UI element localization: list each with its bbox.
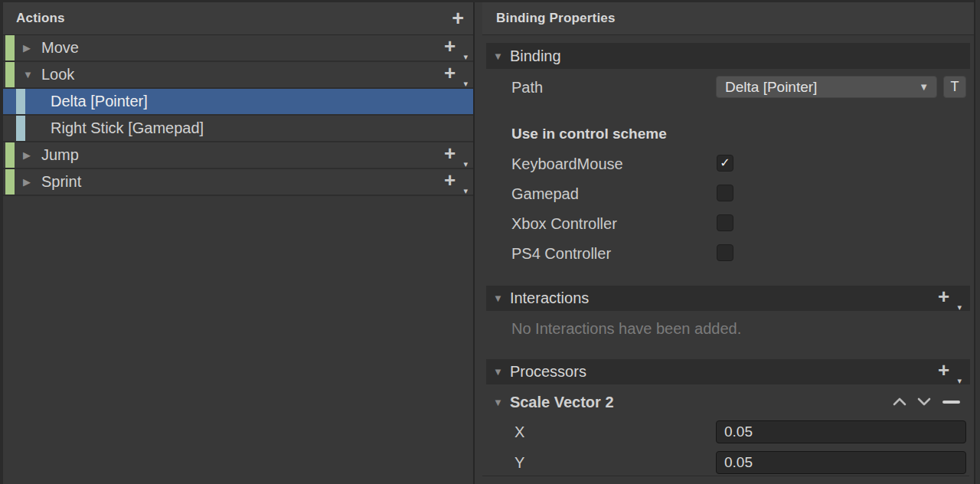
x-label: X (514, 424, 524, 441)
add-binding-button[interactable]: + ▾ (444, 146, 462, 165)
plus-icon: + (444, 170, 456, 190)
add-binding-button[interactable]: + ▾ (444, 172, 462, 192)
scheme-checkbox[interactable]: ✓ (717, 244, 733, 261)
move-processor-up-icon[interactable] (892, 397, 907, 407)
processor-scale-vector2-header[interactable]: ▼ Scale Vector 2 (486, 390, 970, 414)
scheme-row-keyboardmouse: KeyboardMouse ✓ (482, 155, 966, 173)
add-processor-button[interactable]: + ▾ (938, 362, 956, 382)
control-scheme-heading: Use in control scheme (511, 126, 667, 142)
path-dropdown-value: Delta [Pointer] (717, 79, 919, 96)
action-color-bar (5, 169, 15, 195)
binding-color-bar (16, 89, 25, 114)
processor-name: Scale Vector 2 (510, 394, 614, 411)
plus-icon: + (938, 360, 949, 380)
action-label: Move (41, 39, 79, 57)
action-color-bar (5, 62, 15, 87)
add-binding-button[interactable]: + ▾ (444, 38, 462, 58)
panel-divider[interactable] (473, 2, 475, 484)
caret-icon: ▾ (463, 159, 468, 169)
scheme-checkbox[interactable]: ✓ (717, 185, 733, 201)
add-action-button[interactable]: + (452, 8, 464, 29)
binding-section-title: Binding (510, 47, 561, 65)
caret-icon: ▾ (463, 52, 468, 62)
remove-processor-icon[interactable] (942, 401, 960, 404)
plus-icon: + (444, 63, 456, 83)
y-label: Y (514, 454, 524, 472)
processor-field-y: Y 0.05 (482, 451, 966, 474)
foldout-open-icon[interactable]: ▼ (493, 51, 503, 62)
path-dropdown[interactable]: Delta [Pointer] ▼ (716, 76, 937, 98)
binding-section-header[interactable]: ▼ Binding (486, 43, 970, 69)
scheme-label: PS4 Controller (511, 245, 611, 263)
add-interaction-button[interactable]: + ▾ (938, 289, 956, 309)
action-label: Look (41, 66, 74, 83)
processor-section-bottom-rule (482, 476, 969, 476)
action-label: Jump (41, 146, 79, 164)
binding-properties-panel: Binding Properties ▼ Binding Path Delta … (482, 2, 974, 484)
actions-panel-header: Actions + (3, 2, 473, 35)
scheme-row-ps4: PS4 Controller ✓ (482, 244, 966, 263)
interactions-section-title: Interactions (510, 289, 589, 307)
scheme-label: Xbox Controller (511, 215, 617, 233)
processors-section-header[interactable]: ▼ Processors + ▾ (486, 359, 970, 384)
binding-color-bar (16, 116, 25, 141)
foldout-open-icon[interactable]: ▼ (493, 293, 503, 304)
scheme-row-gamepad: Gamepad ✓ (482, 185, 966, 203)
foldout-collapsed-icon[interactable]: ▶ (23, 176, 35, 188)
move-processor-down-icon[interactable] (916, 397, 932, 407)
add-binding-button[interactable]: + ▾ (444, 65, 462, 85)
binding-row-right-stick[interactable]: Right Stick [Gamepad] (3, 116, 473, 142)
binding-label: Right Stick [Gamepad] (51, 119, 204, 137)
caret-icon: ▾ (463, 186, 468, 196)
caret-icon: ▾ (957, 376, 962, 386)
action-row-look[interactable]: ▼ Look + ▾ (3, 62, 473, 89)
processors-section-title: Processors (510, 363, 586, 381)
path-label: Path (511, 79, 543, 96)
y-input[interactable]: 0.05 (716, 451, 966, 474)
x-value: 0.05 (717, 424, 753, 440)
foldout-open-icon[interactable]: ▼ (493, 397, 503, 408)
scheme-checkbox[interactable]: ✓ (717, 214, 733, 231)
action-row-move[interactable]: ▶ Move + ▾ (3, 35, 473, 62)
action-color-bar (5, 35, 15, 60)
caret-icon: ▾ (463, 79, 468, 89)
actions-panel: Actions + ▶ Move + ▾ ▼ Look + ▾ Delta [P… (3, 2, 473, 484)
foldout-open-icon[interactable]: ▼ (23, 69, 35, 80)
action-row-jump[interactable]: ▶ Jump + ▾ (3, 142, 473, 169)
plus-icon: + (444, 36, 456, 56)
binding-properties-header: Binding Properties (482, 2, 974, 35)
action-row-sprint[interactable]: ▶ Sprint + ▾ (3, 169, 473, 196)
interactions-empty-message: No Interactions have been added. (511, 320, 741, 338)
action-label: Sprint (41, 173, 81, 191)
scheme-checkbox[interactable]: ✓ (717, 155, 733, 172)
scheme-label: KeyboardMouse (511, 155, 623, 173)
caret-icon: ▾ (957, 302, 962, 312)
foldout-collapsed-icon[interactable]: ▶ (23, 149, 35, 161)
binding-label: Delta [Pointer] (51, 93, 148, 110)
plus-icon: + (444, 143, 456, 163)
scheme-row-xbox: Xbox Controller ✓ (482, 214, 966, 233)
x-input[interactable]: 0.05 (716, 420, 966, 443)
path-text-mode-button[interactable]: T (943, 76, 966, 98)
check-icon: ✓ (720, 157, 730, 169)
plus-icon: + (938, 286, 949, 306)
actions-panel-title: Actions (3, 11, 65, 26)
path-row: Path Delta [Pointer] ▼ T (482, 76, 966, 99)
foldout-open-icon[interactable]: ▼ (493, 366, 503, 378)
foldout-collapsed-icon[interactable]: ▶ (23, 42, 35, 54)
action-color-bar (5, 142, 15, 168)
interactions-section-header[interactable]: ▼ Interactions + ▾ (486, 286, 970, 311)
scheme-label: Gamepad (511, 185, 579, 203)
y-value: 0.05 (717, 454, 753, 471)
dropdown-caret-icon: ▼ (919, 81, 936, 93)
binding-row-delta-pointer[interactable]: Delta [Pointer] (3, 89, 473, 116)
binding-properties-title: Binding Properties (482, 11, 616, 26)
t-button-label: T (951, 79, 959, 95)
window-border-right-pad (975, 0, 980, 484)
processor-field-x: X 0.05 (482, 420, 966, 443)
